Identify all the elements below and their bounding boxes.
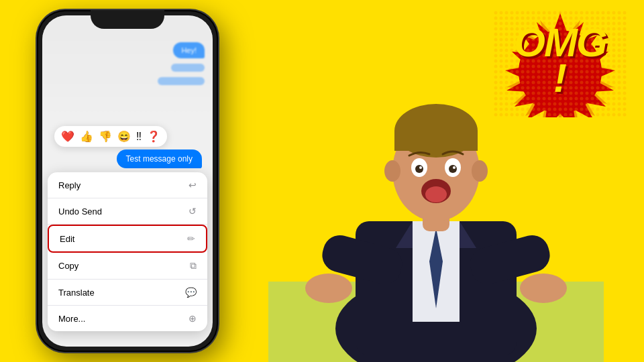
copy-label: Copy (58, 261, 78, 271)
context-menu: Reply ↩ Undo Send ↺ Edit ✏ Copy ⧉ (48, 172, 207, 331)
reaction-question[interactable]: ❓ (147, 130, 160, 143)
translate-icon: 💬 (185, 287, 197, 298)
svg-point-25 (305, 274, 352, 303)
menu-item-reply[interactable]: Reply ↩ (48, 172, 207, 198)
phone: Hey! ❤️ 👍 👎 😄 ‼️ ❓ Test message only (37, 10, 218, 352)
omg-bubble: OMG ! (493, 10, 627, 117)
svg-point-27 (520, 274, 567, 303)
svg-point-18 (419, 166, 422, 169)
reaction-haha[interactable]: 😄 (117, 130, 131, 143)
reaction-bar: ❤️ 👍 👎 😄 ‼️ ❓ (54, 126, 167, 147)
phone-notch (91, 10, 164, 29)
edit-icon: ✏ (187, 233, 195, 244)
reaction-exclaim[interactable]: ‼️ (136, 131, 142, 143)
svg-rect-13 (394, 131, 478, 151)
chat-bubble-1: Hey! (173, 42, 205, 58)
svg-point-22 (384, 160, 400, 182)
svg-point-16 (415, 165, 423, 173)
undo-send-icon: ↺ (189, 206, 197, 217)
more-icon: ⊕ (189, 313, 197, 324)
phone-shell: Hey! ❤️ 👍 👎 😄 ‼️ ❓ Test message only (37, 10, 218, 352)
svg-point-21 (425, 186, 447, 202)
message-bubble: Test message only (117, 149, 202, 168)
edit-label: Edit (60, 234, 74, 244)
chat-background: Hey! (42, 15, 213, 129)
menu-item-more[interactable]: More... ⊕ (48, 306, 207, 331)
context-menu-area: ❤️ 👍 👎 😄 ‼️ ❓ Test message only Reply ↩ (42, 126, 213, 331)
reply-icon: ↩ (189, 180, 197, 190)
undo-send-label: Undo Send (58, 206, 102, 217)
menu-item-translate[interactable]: Translate 💬 (48, 280, 207, 306)
more-label: More... (58, 314, 85, 324)
reaction-thumbsdown[interactable]: 👎 (99, 130, 112, 143)
menu-item-copy[interactable]: Copy ⧉ (48, 253, 207, 280)
svg-point-17 (449, 165, 457, 173)
reaction-thumbsup[interactable]: 👍 (80, 130, 93, 143)
svg-point-19 (453, 166, 455, 169)
chat-bubble-3 (158, 77, 205, 85)
phone-screen: Hey! ❤️ 👍 👎 😄 ‼️ ❓ Test message only (42, 15, 213, 347)
menu-item-undo-send[interactable]: Undo Send ↺ (48, 198, 207, 225)
reply-label: Reply (58, 180, 80, 190)
chat-bubble-2 (171, 64, 205, 72)
translate-label: Translate (58, 288, 95, 298)
copy-icon: ⧉ (190, 260, 197, 272)
reaction-heart[interactable]: ❤️ (61, 130, 74, 143)
menu-item-edit[interactable]: Edit ✏ (48, 225, 207, 253)
svg-point-23 (472, 160, 488, 182)
